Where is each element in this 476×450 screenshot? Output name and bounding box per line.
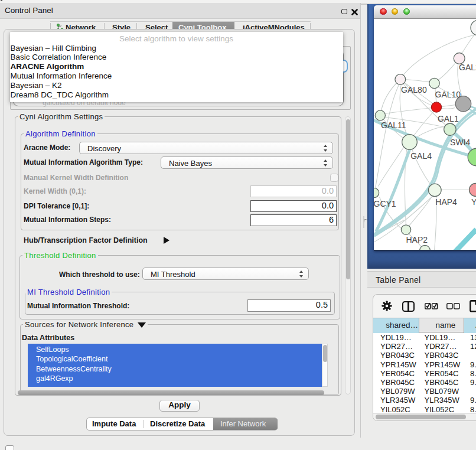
svg-text:GAL80: GAL80 bbox=[401, 85, 427, 94]
svg-text:GAL1: GAL1 bbox=[437, 114, 458, 123]
svg-text:SWI4: SWI4 bbox=[450, 138, 470, 147]
svg-text:GAL4: GAL4 bbox=[410, 151, 432, 161]
svg-text:GAL11: GAL11 bbox=[381, 120, 406, 130]
svg-text:GAL10: GAL10 bbox=[435, 90, 461, 99]
svg-text:GAL2: GAL2 bbox=[459, 63, 476, 72]
svg-text:GCY1: GCY1 bbox=[374, 199, 396, 208]
svg-text:HAP2: HAP2 bbox=[406, 235, 428, 244]
svg-text:YB: YB bbox=[471, 197, 476, 207]
svg-text:HAP4: HAP4 bbox=[435, 197, 457, 207]
